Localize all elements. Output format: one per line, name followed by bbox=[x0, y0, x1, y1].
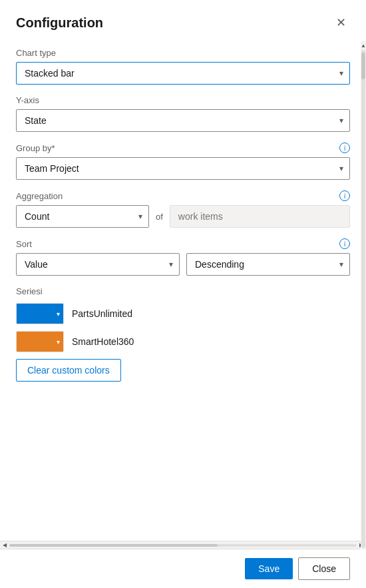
scroll-thumb bbox=[9, 544, 218, 547]
aggregation-row: Count Sum Average ▾ of bbox=[16, 205, 350, 228]
save-button[interactable]: Save bbox=[245, 558, 293, 579]
group-by-select[interactable]: Team Project Area Iteration bbox=[16, 157, 350, 180]
configuration-panel: Configuration ✕ Chart type Stacked bar B… bbox=[0, 0, 366, 588]
scroll-up-icon[interactable]: ▲ bbox=[361, 43, 366, 49]
sort-group: Sort i Value Label ▾ Descending Ascendin… bbox=[16, 238, 350, 276]
aggregation-count-select[interactable]: Count Sum Average bbox=[16, 205, 149, 228]
sort-by-select[interactable]: Value Label bbox=[16, 253, 180, 276]
aggregation-group: Aggregation i Count Sum Average ▾ of bbox=[16, 190, 350, 228]
sort-label: Sort i bbox=[16, 238, 350, 249]
scroll-bar-track bbox=[361, 50, 365, 548]
chart-type-select[interactable]: Stacked bar Bar Column Line bbox=[16, 62, 350, 85]
y-axis-label: Y-axis bbox=[16, 95, 350, 105]
panel-header: Configuration ✕ bbox=[0, 0, 366, 43]
scroll-left-icon[interactable]: ◀ bbox=[3, 542, 7, 548]
sort-dir-select[interactable]: Descending Ascending bbox=[186, 253, 350, 276]
group-by-select-wrapper: Team Project Area Iteration ▾ bbox=[16, 157, 350, 180]
vertical-scrollbar: ▲ bbox=[361, 41, 366, 549]
group-by-label: Group by* i bbox=[16, 143, 350, 153]
panel-footer: Save Close bbox=[0, 549, 366, 588]
series-name-1: PartsUnlimited bbox=[72, 308, 132, 319]
sort-info-icon[interactable]: i bbox=[339, 238, 350, 249]
series-color-swatch-1[interactable] bbox=[16, 303, 64, 324]
aggregation-info-icon[interactable]: i bbox=[339, 190, 350, 201]
scroll-bar-thumb bbox=[361, 53, 365, 79]
series-label: Series i bbox=[16, 286, 350, 296]
series-swatch-1-wrap: ▾ bbox=[16, 303, 64, 324]
clear-custom-colors-button[interactable]: Clear custom colors bbox=[16, 359, 121, 382]
close-x-button[interactable]: ✕ bbox=[331, 13, 350, 32]
work-items-input bbox=[170, 205, 350, 228]
series-item: ▾ SmartHotel360 bbox=[16, 331, 350, 352]
series-item: ▾ PartsUnlimited bbox=[16, 303, 350, 324]
panel-title: Configuration bbox=[16, 15, 103, 31]
chart-type-label: Chart type bbox=[16, 48, 350, 58]
group-by-info-icon[interactable]: i bbox=[339, 143, 350, 153]
series-color-swatch-2[interactable] bbox=[16, 331, 64, 352]
series-section: Series i ▾ PartsUnlimited ▾ SmartHotel36… bbox=[16, 286, 350, 382]
series-swatch-2-wrap: ▾ bbox=[16, 331, 64, 352]
horizontal-scrollbar: ◀ ▶ bbox=[0, 541, 366, 549]
chart-type-group: Chart type Stacked bar Bar Column Line ▾ bbox=[16, 48, 350, 85]
series-info-icon[interactable]: i bbox=[41, 286, 43, 296]
chart-type-select-wrapper: Stacked bar Bar Column Line ▾ bbox=[16, 62, 350, 85]
of-label: of bbox=[156, 212, 163, 222]
sort-row: Value Label ▾ Descending Ascending ▾ bbox=[16, 253, 350, 276]
aggregation-count-wrapper: Count Sum Average ▾ bbox=[16, 205, 149, 228]
aggregation-label: Aggregation i bbox=[16, 190, 350, 201]
panel-body: Chart type Stacked bar Bar Column Line ▾… bbox=[0, 43, 366, 541]
group-by-group: Group by* i Team Project Area Iteration … bbox=[16, 143, 350, 180]
sort-dir-wrapper: Descending Ascending ▾ bbox=[186, 253, 350, 276]
y-axis-select[interactable]: State Count Area bbox=[16, 109, 350, 132]
series-name-2: SmartHotel360 bbox=[72, 336, 134, 347]
sort-by-wrapper: Value Label ▾ bbox=[16, 253, 180, 276]
y-axis-group: Y-axis State Count Area ▾ bbox=[16, 95, 350, 132]
close-button[interactable]: Close bbox=[298, 557, 350, 580]
y-axis-select-wrapper: State Count Area ▾ bbox=[16, 109, 350, 132]
scroll-track bbox=[9, 544, 357, 547]
